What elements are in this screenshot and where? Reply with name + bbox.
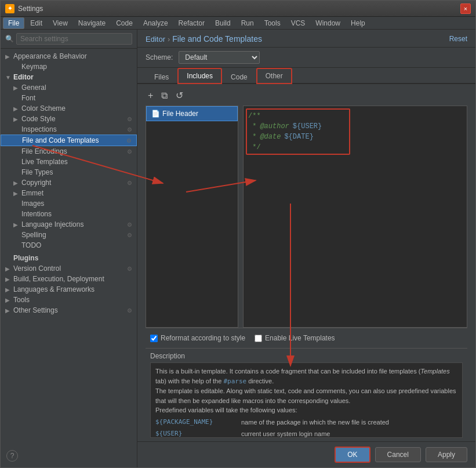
breadcrumb-sep: › xyxy=(168,35,170,43)
variable-name-user: ${USER} xyxy=(155,429,237,438)
sidebar-item-color-scheme[interactable]: ▶ Color Scheme xyxy=(1,103,137,114)
settings-icon: ⚙ xyxy=(127,222,132,228)
sidebar-item-label: TODO xyxy=(21,241,132,249)
sidebar-item-other-settings[interactable]: ▶ Other Settings ⚙ xyxy=(1,305,137,315)
menu-file[interactable]: File xyxy=(3,17,24,29)
sidebar-item-file-types[interactable]: File Types xyxy=(1,167,137,177)
tab-files[interactable]: Files xyxy=(146,70,177,84)
menu-edit[interactable]: Edit xyxy=(26,18,47,28)
scheme-select[interactable]: Default Project xyxy=(179,51,260,64)
sidebar-item-appearance[interactable]: ▶ Appearance & Behavior xyxy=(1,51,137,61)
sidebar-item-label: Other Settings xyxy=(13,306,127,314)
expand-icon: ▶ xyxy=(5,307,13,314)
sidebar-item-file-code-templates[interactable]: File and Code Templates ⚙ xyxy=(1,135,137,146)
sidebar-item-file-encodings[interactable]: File Encodings ⚙ xyxy=(1,146,137,157)
expand-icon: ▶ xyxy=(5,266,13,272)
variable-row-user: ${USER} current user system login name xyxy=(155,429,457,438)
desc-parse-code: #parse xyxy=(223,378,246,385)
reformat-checkbox[interactable] xyxy=(150,335,158,342)
dialog-footer: OK Cancel Apply xyxy=(137,441,475,467)
add-template-button[interactable]: + xyxy=(146,89,155,102)
scheme-label: Scheme: xyxy=(146,53,173,61)
sidebar-item-todo[interactable]: TODO xyxy=(1,240,137,251)
code-line: */ xyxy=(248,142,462,153)
sidebar-item-label: Font xyxy=(21,94,132,102)
menu-refactor[interactable]: Refactor xyxy=(174,18,209,28)
sidebar-item-editor[interactable]: ▼ Editor xyxy=(1,72,137,82)
code-annotation: @author xyxy=(260,121,289,132)
ok-button[interactable]: OK xyxy=(335,447,370,463)
menu-view[interactable]: View xyxy=(48,18,72,28)
sidebar-item-spelling[interactable]: Spelling ⚙ xyxy=(1,230,137,240)
checkbox-row: Reformat according to style Enable Live … xyxy=(146,332,467,344)
window-title: Settings xyxy=(18,5,43,13)
tabs-row: Files Includes Code Other xyxy=(137,68,475,84)
menu-analyze[interactable]: Analyze xyxy=(139,18,173,28)
apply-button[interactable]: Apply xyxy=(426,447,467,462)
menu-code[interactable]: Code xyxy=(111,18,137,28)
sidebar-item-label: Color Scheme xyxy=(21,104,132,113)
reset-template-button[interactable]: ↺ xyxy=(173,89,186,102)
sidebar-item-label: Images xyxy=(21,199,132,208)
sidebar-item-live-templates[interactable]: Live Templates xyxy=(1,157,137,167)
live-templates-checkbox-label[interactable]: Enable Live Templates xyxy=(255,334,335,342)
sidebar-item-languages-frameworks[interactable]: ▶ Languages & Frameworks xyxy=(1,284,137,295)
sidebar-item-label: Appearance & Behavior xyxy=(13,52,132,60)
app-icon: ✦ xyxy=(5,4,14,13)
title-bar: ✦ Settings × xyxy=(1,1,475,17)
sidebar-item-images[interactable]: Images xyxy=(1,198,137,209)
settings-icon: ⚙ xyxy=(127,180,132,186)
reset-button[interactable]: Reset xyxy=(449,35,467,43)
expand-icon: ▶ xyxy=(5,276,13,282)
menu-run[interactable]: Run xyxy=(237,18,259,28)
tab-code[interactable]: Code xyxy=(222,70,256,84)
live-templates-checkbox[interactable] xyxy=(255,335,262,342)
help-button[interactable]: ? xyxy=(6,450,18,462)
live-templates-label: Enable Live Templates xyxy=(265,334,335,342)
search-input[interactable] xyxy=(16,33,132,45)
expand-icon: ▶ xyxy=(13,180,21,186)
panel-header: Editor › File and Code Templates Reset xyxy=(137,30,475,48)
sidebar-item-label: Inspections xyxy=(21,125,127,133)
sidebar-item-font[interactable]: Font xyxy=(1,93,137,103)
right-panel: Editor › File and Code Templates Reset S… xyxy=(137,30,475,467)
sidebar-item-language-injections[interactable]: ▶ Language Injections ⚙ xyxy=(1,219,137,230)
settings-icon: ⚙ xyxy=(126,137,132,144)
variable-desc-user: current user system login name xyxy=(241,429,330,438)
sidebar-item-general[interactable]: ▶ General xyxy=(1,82,137,93)
sidebar-item-copyright[interactable]: ▶ Copyright ⚙ xyxy=(1,177,137,188)
copy-template-button[interactable]: ⧉ xyxy=(159,89,170,102)
sidebar-item-label: Emmet xyxy=(21,189,132,197)
sidebar-item-keymap[interactable]: Keymap xyxy=(1,61,137,72)
sidebar-item-build-exec[interactable]: ▶ Build, Execution, Deployment xyxy=(1,274,137,284)
code-editor[interactable]: /** * @author ${USER} * @date ${DATE} */ xyxy=(244,106,467,327)
sidebar-item-inspections[interactable]: Inspections ⚙ xyxy=(1,124,137,135)
expand-icon: ▶ xyxy=(13,85,21,91)
dialog-body: 🔍 ▶ Appearance & Behavior Keymap ▼ Edito… xyxy=(1,30,475,467)
menu-build[interactable]: Build xyxy=(210,18,235,28)
search-bar: 🔍 xyxy=(1,30,137,49)
expand-icon: ▶ xyxy=(13,116,21,122)
template-list-item[interactable]: 📄 File Header xyxy=(146,106,238,121)
sidebar-item-plugins[interactable]: Plugins xyxy=(1,253,137,263)
expand-icon: ▶ xyxy=(5,297,13,303)
sidebar-item-code-style[interactable]: ▶ Code Style ⚙ xyxy=(1,114,137,124)
code-editor-area: /** * @author ${USER} * @date ${DATE} */ xyxy=(243,106,467,328)
sidebar-item-tools[interactable]: ▶ Tools xyxy=(1,295,137,305)
cancel-button[interactable]: Cancel xyxy=(375,447,421,462)
sidebar-item-version-control[interactable]: ▶ Version Control ⚙ xyxy=(1,263,137,274)
menu-navigate[interactable]: Navigate xyxy=(74,18,110,28)
reformat-checkbox-label[interactable]: Reformat according to style xyxy=(150,334,245,342)
code-annotation: @date xyxy=(260,132,281,142)
close-button[interactable]: × xyxy=(460,3,471,14)
menu-help[interactable]: Help xyxy=(346,18,370,28)
tab-other[interactable]: Other xyxy=(256,68,292,84)
sidebar-item-emmet[interactable]: ▶ Emmet xyxy=(1,188,137,198)
tab-includes[interactable]: Includes xyxy=(177,68,222,84)
menu-tools[interactable]: Tools xyxy=(260,18,285,28)
sidebar-item-intentions[interactable]: Intentions xyxy=(1,209,137,219)
menu-window[interactable]: Window xyxy=(311,18,345,28)
breadcrumb: Editor › File and Code Templates xyxy=(146,34,262,43)
menu-vcs[interactable]: VCS xyxy=(286,18,310,28)
template-editor-area: 📄 File Header /** * @author ${USER} xyxy=(146,106,467,328)
